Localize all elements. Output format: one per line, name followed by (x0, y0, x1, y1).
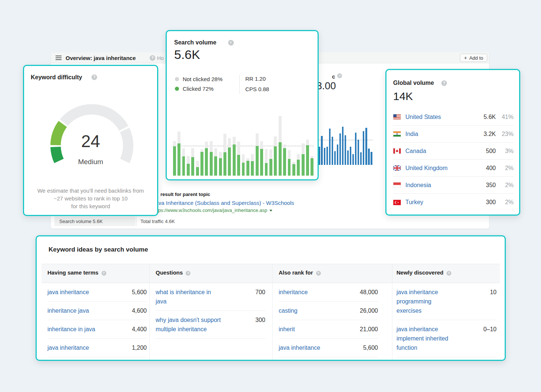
keyword-ideas-title: Keyword ideas by search volume (49, 246, 148, 253)
country-link[interactable]: India (405, 131, 418, 137)
country-link[interactable]: United States (405, 114, 441, 120)
country-percent: 2% (496, 182, 514, 189)
bar (246, 116, 249, 176)
column-divider (392, 264, 392, 360)
column-header-also-rank-for: Also rank for (279, 269, 321, 276)
keyword-difficulty-callout: Keyword difficulty 24 Medium We estimate… (23, 65, 158, 216)
list-item: United States 5.6K 41% (393, 109, 514, 126)
global-volume-callout: Global volume 14K United States 5.6K 41%… (385, 69, 520, 216)
keyword-link[interactable]: java inheritance programming exercises (396, 288, 455, 315)
keyword-link[interactable]: inheritance java (47, 306, 89, 315)
search-volume-title: Search volume (174, 39, 216, 46)
note-line: We estimate that you'll need backlinks f… (29, 187, 152, 195)
menu-icon[interactable] (56, 56, 62, 60)
cps-metric: CPS 0.88 (245, 86, 269, 92)
keyword-link[interactable]: java inheritance (47, 288, 89, 297)
parent-topic-result-url[interactable]: https://www.w3schools.com/java/java_inhe… (153, 207, 272, 213)
indonesia-flag-icon (393, 182, 401, 188)
keyword-volume: 1,200 (128, 343, 147, 352)
country-volume: 300 (486, 199, 496, 206)
country-link[interactable]: United Kingdom (405, 165, 448, 172)
table-row: java inheritance5,600 (279, 339, 378, 357)
help-icon[interactable] (186, 271, 190, 276)
keyword-link[interactable]: why java doesn't support multiple inheri… (156, 315, 222, 334)
legend-divider (239, 75, 240, 94)
keyword-link[interactable]: java inheritance (279, 343, 320, 352)
global-volume-value: 14K (393, 90, 413, 103)
table-row: java inheritance5,600 (47, 283, 147, 302)
table-row: why java doesn't support multiple inheri… (156, 311, 265, 339)
country-percent: 2% (496, 199, 514, 206)
bar (301, 116, 305, 176)
list-item: Indonesia 350 2% (393, 177, 514, 194)
bar (360, 127, 362, 165)
help-icon[interactable] (441, 80, 447, 86)
country-list: United States 5.6K 41% India 3.2K 23% Ca… (393, 109, 514, 211)
add-to-button[interactable]: Add to (460, 54, 487, 62)
traffic-bar-chart (316, 127, 372, 165)
bar (334, 127, 336, 165)
keyword-link[interactable]: what is inheritance in java (156, 288, 222, 306)
keyword-link[interactable]: java inheritance (47, 343, 89, 352)
note-line: for this keyword (29, 202, 152, 210)
parent-topic-result-link[interactable]: Java Inheritance (Subclass and Superclas… (153, 200, 294, 206)
keyword-link[interactable]: inheritance (279, 288, 308, 297)
legend-label: Not clicked 28% (183, 76, 223, 82)
help-icon[interactable] (102, 271, 106, 276)
tab-total-traffic[interactable]: Total traffic 4.6K (140, 216, 175, 226)
keyword-volume: 5,600 (359, 343, 378, 352)
bar (336, 127, 338, 165)
column-divider (149, 264, 150, 360)
bar (350, 127, 352, 165)
country-link[interactable]: Indonesia (405, 182, 431, 189)
column-questions: what is inheritance in java700 why java … (156, 283, 265, 339)
country-volume: 5.6K (484, 114, 496, 120)
keyword-link[interactable]: casting (279, 306, 298, 315)
us-flag-icon (393, 114, 401, 120)
bar (186, 116, 190, 176)
keyword-volume: 4,400 (128, 325, 147, 334)
bar (347, 127, 349, 165)
not-clicked-dot-icon (175, 77, 179, 81)
bar (363, 127, 365, 165)
bar (342, 127, 343, 165)
bar (205, 116, 208, 176)
bar (371, 127, 372, 165)
help-icon[interactable] (337, 73, 342, 78)
keyword-link[interactable]: inherit (279, 325, 295, 334)
help-icon[interactable] (92, 74, 97, 80)
country-link[interactable]: Turkey (405, 199, 423, 206)
table-row: inherit21,000 (279, 320, 378, 339)
header-label: Questions (156, 269, 183, 276)
keyword-link[interactable]: java inheritance implement inherited fun… (396, 325, 455, 352)
country-link[interactable]: Canada (405, 148, 426, 155)
bar (228, 116, 231, 176)
bar (352, 127, 354, 165)
table-row: casting26,000 (279, 302, 378, 320)
bar (182, 116, 185, 176)
bar (274, 116, 277, 176)
bar (355, 127, 357, 165)
keyword-volume: 4,600 (128, 306, 147, 315)
column-having-same-terms: java inheritance5,600 inheritance java4,… (47, 283, 147, 357)
bar (219, 116, 222, 176)
canada-flag-icon (393, 148, 401, 154)
chevron-down-icon[interactable] (269, 210, 272, 212)
help-icon[interactable] (228, 40, 233, 45)
keyword-volume: 21,000 (356, 325, 378, 334)
help-icon[interactable] (150, 55, 155, 61)
bar (191, 116, 195, 176)
keyword-volume: 26,000 (356, 306, 378, 315)
help-icon[interactable] (316, 271, 321, 276)
url-text[interactable]: https://www.w3schools.com/java/java_inhe… (153, 207, 267, 213)
keyword-link[interactable]: inheritance in java (47, 325, 95, 334)
keyword-volume: 0–10 (479, 325, 497, 334)
tab-search-volume[interactable]: Search volume 5.6K (54, 216, 135, 226)
india-flag-icon (393, 131, 401, 137)
difficulty-label: Medium (24, 158, 157, 166)
column-header-having-same-terms: Having same terms (47, 269, 106, 276)
table-row: java inheritance1,200 (47, 339, 147, 357)
help-link-fragment[interactable]: Ho (157, 55, 164, 61)
bar (365, 127, 367, 165)
help-icon[interactable] (447, 271, 451, 276)
